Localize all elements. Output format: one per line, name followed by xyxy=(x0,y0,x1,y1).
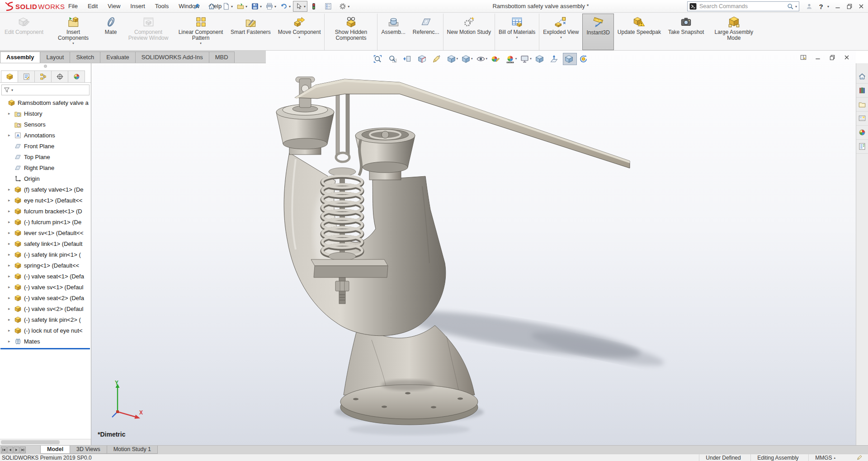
headsup-edit-appearance[interactable]: ▾ xyxy=(489,53,504,65)
expand-arrow-icon[interactable]: ▸ xyxy=(8,296,14,300)
headsup-section-view[interactable]: ▾ xyxy=(416,53,430,65)
qat-save[interactable]: ▾ xyxy=(250,1,263,12)
tree-item-valve-seat-1-defa[interactable]: ▸(-) valve seat<1> (Defa xyxy=(0,271,91,282)
headsup-display-style[interactable]: ▾ xyxy=(460,53,474,65)
panel-horizontal-scrollbar[interactable] xyxy=(0,439,91,445)
headsup-normal-to[interactable]: ▾ xyxy=(548,53,562,65)
ribbon-button-show-hidden-components[interactable]: Show Hidden Components▾ xyxy=(324,14,377,50)
ribbon-button-new-motion-study[interactable]: New Motion Study▾ xyxy=(443,14,495,50)
menu-tools[interactable]: Tools xyxy=(150,0,174,13)
search-icon[interactable] xyxy=(787,3,794,10)
status-mmgs[interactable]: MMGS▴ xyxy=(808,454,842,461)
sheet-tab-motion-study-1[interactable]: Motion Study 1 xyxy=(107,446,158,454)
headsup-apply-scene[interactable]: ▾ xyxy=(504,53,519,65)
tab-sketch[interactable]: Sketch xyxy=(70,52,100,63)
doc-restore-button[interactable] xyxy=(826,52,839,62)
expand-arrow-icon[interactable]: ▸ xyxy=(8,133,14,137)
headsup-hide-show-items[interactable]: ▾ xyxy=(475,53,489,65)
ribbon-button-assemb[interactable]: Assemb...▾ xyxy=(377,14,409,50)
filter-dropdown-icon[interactable]: ▾ xyxy=(11,88,13,92)
tree-item-fulcrum-pin-1-de[interactable]: ▸(-) fulcrum pin<1> (De xyxy=(0,216,91,227)
headsup-zoom-to-area[interactable]: ▾ xyxy=(387,53,401,65)
tab-layout[interactable]: Layout xyxy=(40,52,70,63)
search-commands-input[interactable] xyxy=(699,3,787,9)
doc-minimize-button[interactable] xyxy=(811,52,824,62)
dropdown-caret-icon[interactable]: ▾ xyxy=(486,57,488,61)
headsup-3d-drawing-view[interactable]: ▾ xyxy=(533,53,548,65)
qat-home[interactable]: ▾ xyxy=(206,1,220,12)
tree-item-lever-sv-1-default[interactable]: ▸lever sv<1> (Default<< xyxy=(0,227,91,238)
tree-item-fulcrum-bracket-1-d[interactable]: ▸fulcrum bracket<1> (D xyxy=(0,206,91,216)
help-button[interactable]: ? xyxy=(815,0,827,12)
dropdown-caret-icon[interactable]: ▾ xyxy=(72,42,74,45)
tab-assembly[interactable]: Assembly xyxy=(0,52,40,63)
taskpane-tab-design-library[interactable] xyxy=(856,84,868,98)
headsup-view-settings[interactable]: ▾ xyxy=(519,53,533,65)
assembly-model-3d[interactable] xyxy=(91,51,856,445)
ribbon-button-insert-components[interactable]: Insert Components▾ xyxy=(47,14,99,50)
dropdown-caret-icon[interactable]: ▾ xyxy=(274,5,276,9)
expand-arrow-icon[interactable]: ▸ xyxy=(8,187,14,192)
tab-solidworks-add-ins[interactable]: SOLIDWORKS Add-Ins xyxy=(135,52,209,63)
tab-mbd[interactable]: MBD xyxy=(209,52,235,63)
taskpane-tab-resources-home[interactable] xyxy=(856,70,868,84)
expand-arrow-icon[interactable]: ▸ xyxy=(8,220,14,224)
tree-item-annotations[interactable]: ▸Annotations xyxy=(0,130,91,141)
tree-item-ramsbottom-safety-valve-a[interactable]: ▸Ramsbottom safety valve a xyxy=(0,97,91,108)
ribbon-button-linear-component-pattern[interactable]: Linear Component Pattern▾ xyxy=(175,14,227,50)
tree-item-valve-seat-2-defa[interactable]: ▸(-) valve seat<2> (Defa xyxy=(0,292,91,303)
ribbon-button-update-speedpak[interactable]: Update Speedpak▾ xyxy=(614,14,665,50)
scrollbar-thumb[interactable] xyxy=(1,440,60,444)
model-base-flange[interactable] xyxy=(340,322,478,425)
ribbon-button-mate[interactable]: Mate▾ xyxy=(99,14,122,50)
dropdown-caret-icon[interactable]: ▾ xyxy=(231,5,233,9)
expand-arrow-icon[interactable]: ▸ xyxy=(8,209,14,213)
menu-insert[interactable]: Insert xyxy=(125,0,150,13)
ribbon-button-move-component[interactable]: Move Component▾ xyxy=(274,14,325,50)
taskpane-tab-file-explorer[interactable] xyxy=(856,98,868,112)
next-sheet-button[interactable] xyxy=(14,447,19,453)
ribbon-button-large-assembly-mode[interactable]: Large Assembly Mode▾ xyxy=(708,14,760,50)
model-valve-seat-left[interactable] xyxy=(276,104,334,155)
graphics-area[interactable]: ▾▾▾▾▾▾▾▾▾▾▾▾▾▾▾ Y X *Dimetric xyxy=(91,51,856,445)
dropdown-caret-icon[interactable]: ▾ xyxy=(457,57,458,61)
expand-arrow-icon[interactable]: ▸ xyxy=(8,230,14,235)
tree-item-valve-sv-1-defaul[interactable]: ▸(-) valve sv<1> (Defaul xyxy=(0,282,91,292)
dropdown-caret-icon[interactable]: ▾ xyxy=(245,5,247,9)
tree-item-sensors[interactable]: ▸Sensors xyxy=(0,119,91,130)
taskpane-tab-view-palette[interactable] xyxy=(856,112,868,126)
viewport-layout-button[interactable] xyxy=(797,52,810,62)
ribbon-button-exploded-view[interactable]: Exploded View▾ xyxy=(539,14,582,50)
dropdown-caret-icon[interactable]: ▾ xyxy=(515,57,517,61)
tree-item-f-safety-valve-1-de[interactable]: ▸(f) safety valve<1> (De xyxy=(0,184,91,195)
help-dropdown-icon[interactable]: ▾ xyxy=(827,5,829,9)
user-account-button[interactable] xyxy=(803,0,815,12)
expand-arrow-icon[interactable]: ▸ xyxy=(8,339,14,343)
previous-sheet-button[interactable] xyxy=(7,447,13,453)
qat-new-document[interactable]: ▾ xyxy=(221,1,234,12)
dropdown-caret-icon[interactable]: ▾ xyxy=(298,36,300,39)
panel-tab-configurationmanager[interactable] xyxy=(34,71,52,82)
qat-rebuild[interactable]: ▾ xyxy=(308,1,322,12)
dropdown-caret-icon[interactable]: ▾ xyxy=(471,57,473,61)
dropdown-caret-icon[interactable]: ▾ xyxy=(260,5,262,9)
sheet-tab-3d-views[interactable]: 3D Views xyxy=(70,446,107,454)
tree-item-right-plane[interactable]: ▸Right Plane xyxy=(0,162,91,173)
tree-item-mates[interactable]: ▸Mates xyxy=(0,336,91,347)
ribbon-button-referenc[interactable]: Referenc...▾ xyxy=(409,14,443,50)
command-search-box[interactable]: ▾ xyxy=(687,1,799,11)
dropdown-caret-icon[interactable]: ▾ xyxy=(289,5,291,9)
status-tag-icon[interactable] xyxy=(855,454,863,461)
ribbon-button-edit-component[interactable]: Edit Component▾ xyxy=(1,14,47,50)
tree-item-spring-1-default[interactable]: ▸spring<1> (Default<< xyxy=(0,260,91,271)
expand-arrow-icon[interactable]: ▸ xyxy=(8,317,14,322)
headsup-dynamic-annotation-views[interactable]: ▾ xyxy=(430,53,445,65)
headsup-previous-view[interactable]: ▾ xyxy=(401,53,415,65)
headsup-view-orientation[interactable]: ▾ xyxy=(445,53,460,65)
headsup-zoom-to-fit[interactable]: ▾ xyxy=(372,53,386,65)
tree-item-origin[interactable]: ▸Origin xyxy=(0,173,91,184)
expand-arrow-icon[interactable]: ▸ xyxy=(8,285,14,289)
expand-arrow-icon[interactable]: ▸ xyxy=(8,274,14,278)
tree-item-safety-link-pin-1[interactable]: ▸(-) safety link pin<1> ( xyxy=(0,249,91,260)
qat-select[interactable]: ▾ xyxy=(293,1,307,12)
